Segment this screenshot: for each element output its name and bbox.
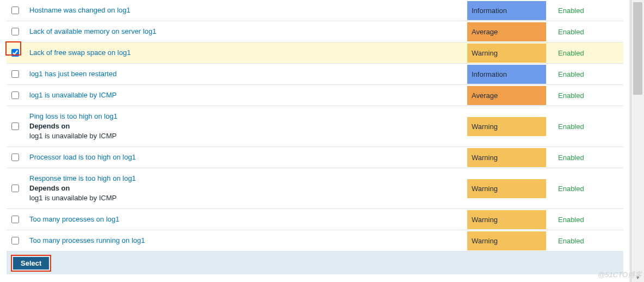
status-link[interactable]: Enabled bbox=[558, 154, 584, 162]
status-link[interactable]: Enabled bbox=[558, 237, 584, 245]
scroll-down-icon[interactable]: ▾ bbox=[631, 272, 644, 282]
checkbox-cell bbox=[9, 28, 22, 35]
severity-cell: Warning bbox=[467, 231, 546, 250]
triggers-table: Hostname was changed on log1InformationE… bbox=[7, 0, 623, 252]
checkbox-cell bbox=[9, 7, 22, 14]
trigger-name-link[interactable]: Response time is too high on log1 bbox=[29, 174, 136, 182]
checkbox-cell bbox=[9, 122, 22, 130]
depends-on-label: Depends on bbox=[29, 183, 460, 193]
name-cell: Lack of available memory on server log1 bbox=[29, 21, 460, 42]
status-cell: Enabled bbox=[554, 1, 623, 20]
table-row: log1 has just been restartedInformationE… bbox=[7, 64, 623, 85]
trigger-name-link[interactable]: Hostname was changed on log1 bbox=[29, 6, 131, 14]
severity-cell: Warning bbox=[467, 210, 546, 229]
severity-cell: Warning bbox=[467, 117, 546, 136]
status-link[interactable]: Enabled bbox=[558, 28, 584, 36]
row-checkbox[interactable] bbox=[11, 28, 19, 35]
trigger-list-pane: Hostname was changed on log1InformationE… bbox=[0, 0, 630, 282]
name-cell: log1 is unavailable by ICMP bbox=[29, 85, 460, 106]
row-checkbox[interactable] bbox=[11, 185, 19, 192]
status-cell: Enabled bbox=[554, 44, 623, 63]
row-checkbox[interactable] bbox=[11, 70, 19, 78]
name-cell: Response time is too high on log1Depends… bbox=[29, 168, 460, 209]
vertical-scrollbar[interactable]: ▾ bbox=[631, 0, 644, 282]
status-cell: Enabled bbox=[554, 86, 623, 105]
trigger-name-link[interactable]: Ping loss is too high on log1 bbox=[29, 112, 117, 120]
status-cell: Enabled bbox=[554, 117, 623, 136]
trigger-name-link[interactable]: log1 is unavailable by ICMP bbox=[29, 91, 116, 99]
select-button[interactable]: Select bbox=[13, 257, 49, 269]
trigger-name-link[interactable]: Too many processes running on log1 bbox=[29, 236, 145, 244]
table-row: Too many processes running on log1Warnin… bbox=[7, 230, 623, 252]
row-checkbox[interactable] bbox=[11, 91, 19, 99]
severity-cell: Warning bbox=[467, 44, 546, 63]
severity-cell: Information bbox=[467, 1, 546, 20]
status-cell: Enabled bbox=[554, 22, 623, 41]
depends-on-label: Depends on bbox=[29, 121, 460, 131]
status-cell: Enabled bbox=[554, 179, 623, 198]
status-link[interactable]: Enabled bbox=[558, 185, 584, 193]
depends-on-detail: log1 is unavailable by ICMP bbox=[29, 193, 460, 203]
table-row: Lack of available memory on server log1A… bbox=[7, 21, 623, 42]
table-row: log1 is unavailable by ICMPAverageEnable… bbox=[7, 85, 623, 106]
severity-cell: Information bbox=[467, 65, 546, 84]
table-row: Lack of free swap space on log1WarningEn… bbox=[7, 42, 623, 64]
name-cell: Too many processes on log1 bbox=[29, 209, 460, 230]
name-cell: Ping loss is too high on log1Depends onl… bbox=[29, 106, 460, 146]
status-link[interactable]: Enabled bbox=[558, 49, 584, 57]
checkbox-cell bbox=[9, 70, 22, 78]
checkbox-cell bbox=[9, 49, 22, 57]
status-link[interactable]: Enabled bbox=[558, 216, 584, 224]
row-checkbox[interactable] bbox=[11, 237, 19, 244]
trigger-name-link[interactable]: Too many processes on log1 bbox=[29, 215, 119, 223]
table-row: Processor load is too high on log1Warnin… bbox=[7, 147, 623, 168]
checkbox-cell bbox=[9, 216, 22, 223]
status-cell: Enabled bbox=[554, 148, 623, 167]
name-cell: Too many processes running on log1 bbox=[29, 230, 460, 251]
severity-cell: Warning bbox=[467, 148, 546, 167]
name-cell: Processor load is too high on log1 bbox=[29, 147, 460, 168]
name-cell: log1 has just been restarted bbox=[29, 64, 460, 84]
trigger-name-link[interactable]: Lack of free swap space on log1 bbox=[29, 48, 131, 57]
status-link[interactable]: Enabled bbox=[558, 122, 584, 131]
severity-cell: Average bbox=[467, 22, 546, 41]
checkbox-cell bbox=[9, 91, 22, 99]
bulk-action-bar: Select bbox=[7, 252, 623, 274]
scrollbar-thumb[interactable] bbox=[633, 2, 642, 95]
checkbox-cell bbox=[9, 154, 22, 161]
row-checkbox[interactable] bbox=[11, 7, 19, 14]
checkbox-cell bbox=[9, 237, 22, 244]
severity-cell: Warning bbox=[467, 179, 546, 198]
row-checkbox[interactable] bbox=[11, 49, 19, 57]
status-cell: Enabled bbox=[554, 65, 623, 84]
name-cell: Hostname was changed on log1 bbox=[29, 0, 460, 21]
checkbox-cell bbox=[9, 185, 22, 192]
row-checkbox[interactable] bbox=[11, 122, 19, 130]
table-row: Ping loss is too high on log1Depends onl… bbox=[7, 106, 623, 147]
status-link[interactable]: Enabled bbox=[558, 91, 584, 100]
trigger-name-link[interactable]: Processor load is too high on log1 bbox=[29, 153, 136, 161]
name-cell: Lack of free swap space on log1 bbox=[29, 42, 460, 63]
table-row: Hostname was changed on log1InformationE… bbox=[7, 0, 623, 21]
status-link[interactable]: Enabled bbox=[558, 7, 584, 15]
status-cell: Enabled bbox=[554, 231, 623, 250]
trigger-name-link[interactable]: Lack of available memory on server log1 bbox=[29, 27, 156, 35]
table-row: Response time is too high on log1Depends… bbox=[7, 168, 623, 209]
select-button-highlight: Select bbox=[11, 255, 51, 272]
row-checkbox[interactable] bbox=[11, 154, 19, 161]
status-link[interactable]: Enabled bbox=[558, 70, 584, 78]
status-cell: Enabled bbox=[554, 210, 623, 229]
trigger-name-link[interactable]: log1 has just been restarted bbox=[29, 70, 116, 78]
row-checkbox[interactable] bbox=[11, 216, 19, 223]
table-row: Too many processes on log1WarningEnabled bbox=[7, 209, 623, 230]
depends-on-detail: log1 is unavailable by ICMP bbox=[29, 131, 460, 141]
severity-cell: Average bbox=[467, 86, 546, 105]
